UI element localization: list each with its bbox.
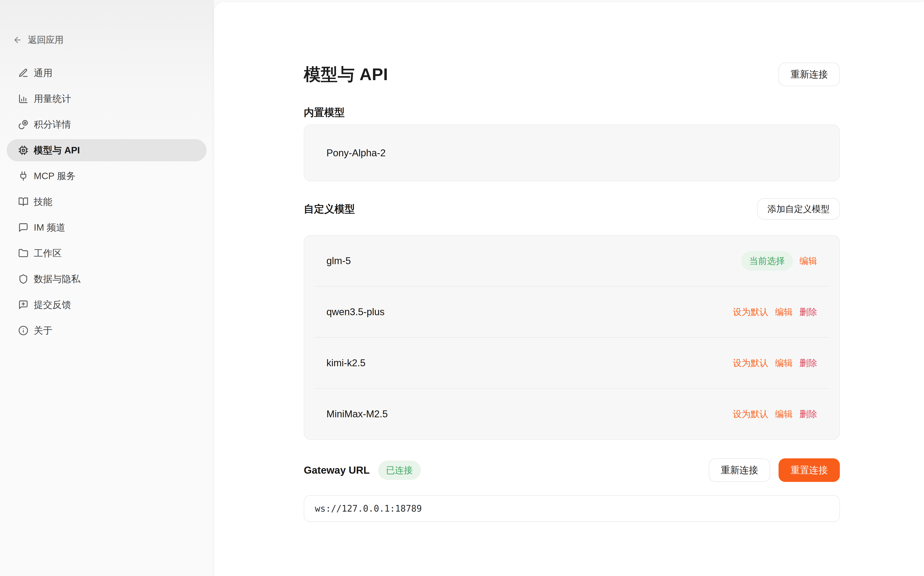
cpu-icon: [18, 145, 29, 155]
gateway-actions: 重新连接 重置连接: [709, 458, 840, 482]
sidebar-item-plug[interactable]: MCP 服务: [6, 165, 207, 187]
sidebar-item-book-open[interactable]: 技能: [6, 191, 207, 213]
delete-model-link[interactable]: 删除: [799, 306, 817, 318]
reset-connection-button[interactable]: 重置连接: [778, 458, 840, 482]
model-name: qwen3.5-plus: [327, 306, 384, 317]
model-name: glm-5: [327, 255, 351, 266]
delete-model-link[interactable]: 删除: [799, 408, 817, 420]
model-row: qwen3.5-plus设为默认编辑删除: [304, 286, 839, 337]
feedback-plus-icon: [18, 300, 29, 310]
back-to-app-link[interactable]: 返回应用: [13, 34, 64, 46]
sidebar-item-feedback-plus[interactable]: 提交反馈: [6, 294, 207, 316]
edit-model-link[interactable]: 编辑: [775, 357, 793, 369]
sidebar-item-label: 提交反馈: [34, 299, 71, 311]
pencil-icon: [18, 68, 29, 78]
set-default-link[interactable]: 设为默认: [733, 306, 768, 318]
model-actions: 当前选择编辑: [741, 251, 817, 270]
page-title: 模型与 API: [304, 63, 388, 85]
model-name: kimi-k2.5: [327, 357, 365, 368]
settings-content: 模型与 API 重新连接 内置模型 Pony-Alpha-2 自定义模型 添加自…: [304, 2, 840, 522]
sidebar-item-info[interactable]: 关于: [6, 319, 207, 342]
sidebar-item-label: 关于: [34, 324, 53, 337]
gateway-url-input[interactable]: [304, 495, 840, 522]
shield-icon: [18, 274, 29, 284]
set-default-link[interactable]: 设为默认: [733, 357, 768, 369]
sidebar: 返回应用 通用用量统计积分详情模型与 APIMCP 服务技能IM 频道工作区数据…: [0, 0, 214, 576]
sidebar-item-label: 模型与 API: [34, 144, 80, 157]
app-window: 返回应用 通用用量统计积分详情模型与 APIMCP 服务技能IM 频道工作区数据…: [0, 0, 924, 576]
sidebar-item-chat-bubble[interactable]: IM 频道: [6, 216, 207, 238]
sidebar-item-coins[interactable]: 积分详情: [6, 114, 207, 136]
sidebar-item-folder[interactable]: 工作区: [6, 242, 207, 264]
back-to-app-label: 返回应用: [28, 34, 64, 46]
settings-panel: 模型与 API 重新连接 内置模型 Pony-Alpha-2 自定义模型 添加自…: [214, 2, 924, 576]
add-custom-model-button[interactable]: 添加自定义模型: [757, 198, 840, 219]
sidebar-item-label: 用量统计: [34, 93, 71, 105]
model-actions: 设为默认编辑删除: [733, 306, 817, 318]
sidebar-item-label: 积分详情: [34, 118, 71, 131]
edit-model-link[interactable]: 编辑: [799, 255, 817, 267]
delete-model-link[interactable]: 删除: [799, 357, 817, 369]
bar-chart-icon: [18, 94, 29, 104]
sidebar-item-label: 数据与隐私: [34, 273, 80, 285]
reconnect-button-top[interactable]: 重新连接: [778, 62, 840, 86]
gateway-url-label: Gateway URL: [304, 464, 370, 477]
model-actions: 设为默认编辑删除: [733, 357, 817, 369]
sidebar-nav: 通用用量统计积分详情模型与 APIMCP 服务技能IM 频道工作区数据与隐私提交…: [6, 62, 207, 345]
sidebar-item-label: MCP 服务: [34, 170, 75, 182]
builtin-models-section-label: 内置模型: [304, 106, 840, 119]
plug-icon: [18, 171, 29, 181]
current-selection-badge: 当前选择: [741, 251, 793, 270]
custom-models-card: glm-5当前选择编辑qwen3.5-plus设为默认编辑删除kimi-k2.5…: [304, 235, 840, 440]
sidebar-item-cpu[interactable]: 模型与 API: [6, 139, 207, 162]
arrow-left-icon: [13, 35, 22, 45]
page-header: 模型与 API 重新连接: [304, 63, 840, 85]
reconnect-button[interactable]: 重新连接: [709, 458, 770, 482]
model-row: glm-5当前选择编辑: [304, 235, 839, 286]
sidebar-item-shield[interactable]: 数据与隐私: [6, 268, 207, 290]
info-icon: [18, 325, 29, 336]
coins-icon: [18, 119, 29, 130]
folder-icon: [18, 248, 29, 258]
custom-models-header: 自定义模型 添加自定义模型: [304, 198, 840, 219]
model-actions: 设为默认编辑删除: [733, 408, 817, 420]
chat-bubble-icon: [18, 222, 29, 233]
sidebar-item-label: 工作区: [34, 247, 62, 259]
edit-model-link[interactable]: 编辑: [775, 306, 793, 318]
set-default-link[interactable]: 设为默认: [733, 408, 768, 420]
model-row: MiniMax-M2.5设为默认编辑删除: [304, 389, 839, 439]
builtin-model-name: Pony-Alpha-2: [327, 147, 386, 158]
sidebar-item-label: 通用: [34, 67, 53, 79]
custom-models-section-label: 自定义模型: [304, 202, 355, 215]
book-open-icon: [18, 197, 29, 207]
sidebar-item-label: 技能: [34, 195, 53, 208]
gateway-section: Gateway URL 已连接 重新连接 重置连接: [304, 458, 840, 482]
builtin-models-card: Pony-Alpha-2: [304, 125, 840, 181]
edit-model-link[interactable]: 编辑: [775, 408, 793, 420]
sidebar-item-pencil[interactable]: 通用: [6, 62, 207, 84]
sidebar-item-bar-chart[interactable]: 用量统计: [6, 88, 207, 110]
model-name: MiniMax-M2.5: [327, 408, 388, 419]
sidebar-item-label: IM 频道: [34, 221, 65, 234]
gateway-label-group: Gateway URL 已连接: [304, 461, 421, 480]
connected-status-badge: 已连接: [378, 461, 421, 480]
model-row: kimi-k2.5设为默认编辑删除: [304, 338, 839, 388]
